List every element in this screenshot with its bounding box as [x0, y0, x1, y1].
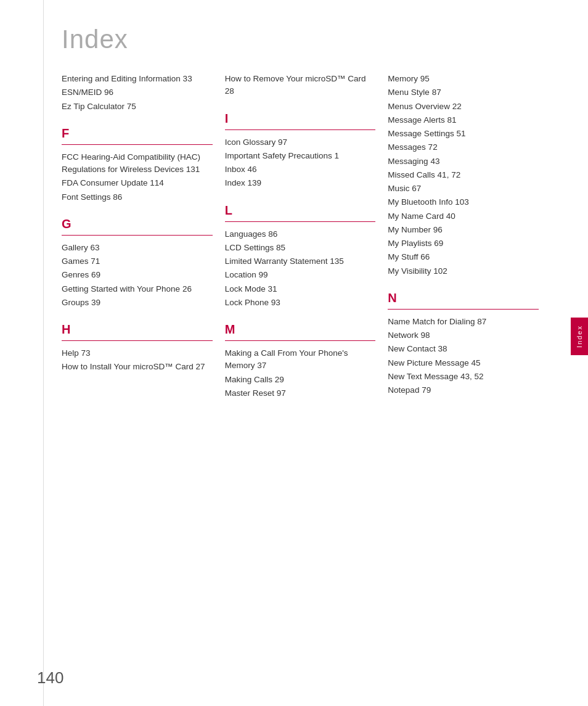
section-letter-h: H [62, 320, 213, 339]
entry: Message Alerts 81 [388, 114, 539, 126]
entry: Messaging 43 [388, 155, 539, 168]
entry: Menus Overview 22 [388, 101, 539, 113]
entry: Message Settings 51 [388, 128, 539, 140]
section-m: M Making a Call From Your Phone's Memory… [225, 320, 376, 400]
column-3: Memory 95 Menu Style 87 Menus Overview 2… [388, 73, 551, 411]
entry: Network 98 [388, 329, 539, 342]
entry: My Name Card 40 [388, 210, 539, 223]
entry: Inbox 46 [225, 163, 376, 176]
left-border [43, 0, 44, 706]
entry: Games 71 [62, 255, 213, 268]
column-2: How to Remove Your microSD™ Card 28 I Ic… [225, 73, 388, 411]
entry: Gallery 63 [62, 242, 213, 254]
entry: New Text Message 43, 52 [388, 371, 539, 383]
entry: Genres 69 [62, 269, 213, 281]
entry: Lock Mode 31 [225, 283, 376, 295]
entry: My Stuff 66 [388, 251, 539, 263]
entry: Entering and Editing Information 33 [62, 73, 213, 85]
entry: Getting Started with Your Phone 26 [62, 283, 213, 295]
page-title: Index [62, 25, 551, 54]
divider-m [225, 340, 376, 341]
page-number: 140 [37, 668, 63, 688]
entry: FDA Consumer Update 114 [62, 177, 213, 189]
columns-wrapper: Entering and Editing Information 33 ESN/… [62, 73, 551, 411]
entry: Messages 72 [388, 141, 539, 154]
entry: Lock Phone 93 [225, 297, 376, 309]
divider-g [62, 235, 213, 236]
divider-i [225, 129, 376, 130]
entry: Making Calls 29 [225, 374, 376, 386]
entry: Index 139 [225, 177, 376, 189]
side-tab-label: Index [576, 325, 583, 348]
section-letter-l: L [225, 201, 376, 220]
entry: Name Match for Dialing 87 [388, 316, 539, 328]
entry: Languages 86 [225, 228, 376, 240]
entry: My Number 96 [388, 224, 539, 236]
section-letter-f: F [62, 124, 213, 143]
divider-n [388, 309, 539, 310]
entry: Notepad 79 [388, 384, 539, 396]
section-n: N Name Match for Dialing 87 Network 98 N… [388, 289, 539, 397]
section-f: F FCC Hearing-Aid Compatibility (HAC) Re… [62, 124, 213, 203]
section-h-cont: How to Remove Your microSD™ Card 28 [225, 73, 376, 98]
entry: My Playlists 69 [388, 237, 539, 250]
entry: Missed Calls 41, 72 [388, 169, 539, 181]
section-g: G Gallery 63 Games 71 Genres 69 Getting … [62, 215, 213, 309]
entry: New Picture Message 45 [388, 357, 539, 369]
entry: Groups 39 [62, 297, 213, 309]
section-m-cont: Memory 95 Menu Style 87 Menus Overview 2… [388, 73, 539, 277]
entry: Location 99 [225, 269, 376, 281]
entry: Limited Warranty Statement 135 [225, 255, 376, 268]
section-letter-g: G [62, 215, 213, 234]
entry: Music 67 [388, 183, 539, 195]
section-l: L Languages 86 LCD Settings 85 Limited W… [225, 201, 376, 310]
entry: Ez Tip Calculator 75 [62, 101, 213, 113]
entry: Icon Glossary 97 [225, 136, 376, 149]
section-letter-i: I [225, 109, 376, 128]
section-h: H Help 73 How to Install Your microSD™ C… [62, 320, 213, 374]
entry: Menu Style 87 [388, 86, 539, 99]
section-letter-m: M [225, 320, 376, 339]
entry: Master Reset 97 [225, 387, 376, 400]
entry: FCC Hearing-Aid Compatibility (HAC) Regu… [62, 151, 213, 176]
entry: How to Remove Your microSD™ Card 28 [225, 73, 376, 98]
entry: LCD Settings 85 [225, 242, 376, 254]
column-1: Entering and Editing Information 33 ESN/… [62, 73, 225, 411]
entry: My Bluetooth Info 103 [388, 196, 539, 208]
side-tab: Index [571, 318, 588, 355]
divider-f [62, 144, 213, 145]
page-container: Index Entering and Editing Information 3… [0, 0, 588, 706]
entry: Memory 95 [388, 73, 539, 85]
section-e-entries: Entering and Editing Information 33 ESN/… [62, 73, 213, 113]
entry: Important Safety Precautions 1 [225, 150, 376, 162]
entry: How to Install Your microSD™ Card 27 [62, 361, 213, 373]
entry: New Contact 38 [388, 343, 539, 355]
section-letter-n: N [388, 289, 539, 308]
entry: Making a Call From Your Phone's Memory 3… [225, 347, 376, 372]
divider-h [62, 340, 213, 341]
entry: Font Settings 86 [62, 191, 213, 203]
section-i: I Icon Glossary 97 Important Safety Prec… [225, 109, 376, 190]
entry: ESN/MEID 96 [62, 86, 213, 99]
entry: My Visibility 102 [388, 265, 539, 277]
entry: Help 73 [62, 347, 213, 359]
divider-l [225, 221, 376, 222]
